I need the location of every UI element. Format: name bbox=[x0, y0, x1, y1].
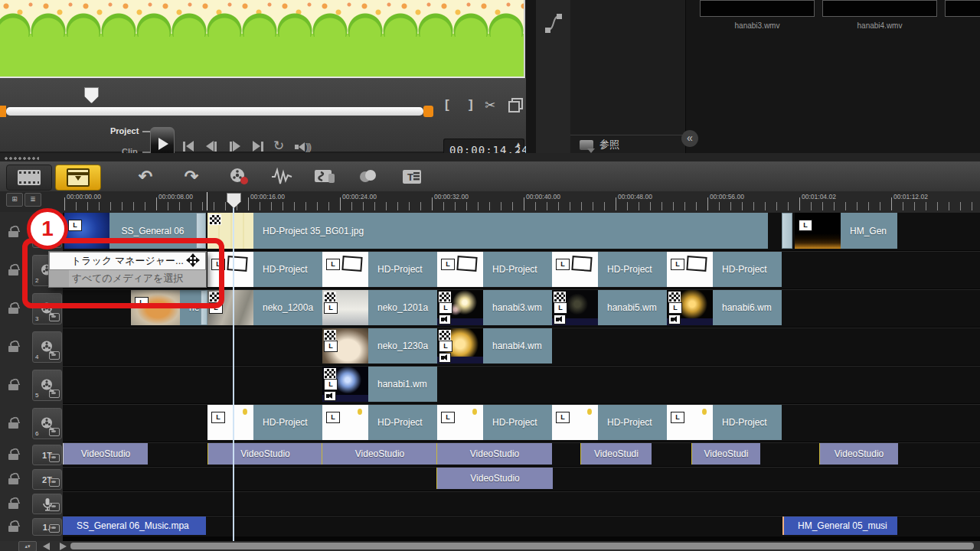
overlay-track-6-header-button[interactable]: 6 bbox=[32, 408, 62, 439]
insert-track-button[interactable]: ⊞ bbox=[6, 193, 23, 207]
clip-thumbnail[interactable]: L bbox=[437, 290, 483, 325]
timeline-clip[interactable]: HD-Project bbox=[598, 252, 667, 287]
title-track-2-lock-icon[interactable] bbox=[8, 473, 19, 484]
music-clip[interactable]: HM_General 05_musi bbox=[782, 517, 897, 535]
seek-bar[interactable] bbox=[6, 107, 423, 116]
timeline-view-button[interactable] bbox=[55, 165, 101, 191]
title-clip[interactable]: VideoStudio bbox=[63, 443, 148, 465]
undo-button[interactable]: ↶ bbox=[129, 165, 162, 189]
overlay-track-2-lock-icon[interactable] bbox=[8, 264, 19, 276]
next-frame-button[interactable] bbox=[230, 140, 240, 152]
enlarge-preview-button[interactable] bbox=[508, 98, 522, 112]
library-item[interactable] bbox=[945, 0, 980, 21]
timeline-clip[interactable]: HD-Project bbox=[253, 252, 322, 287]
library-thumbnail[interactable] bbox=[700, 0, 815, 17]
instant-project-button[interactable] bbox=[308, 165, 341, 189]
repeat-button[interactable]: ↻ bbox=[273, 140, 284, 152]
timeline-clip[interactable]: HD-Project bbox=[713, 405, 782, 440]
overlay-options-button[interactable] bbox=[351, 165, 384, 189]
clip-thumbnail[interactable]: L bbox=[207, 405, 253, 440]
timeline-clip[interactable]: HD-Project bbox=[713, 252, 782, 287]
clip-thumbnail[interactable]: L bbox=[322, 367, 368, 402]
clip-thumbnail[interactable]: L bbox=[322, 290, 368, 325]
timeline-clip[interactable]: HD-Project bbox=[483, 252, 552, 287]
clip-thumbnail[interactable]: L bbox=[667, 252, 713, 287]
title-clip[interactable]: VideoStudi bbox=[580, 443, 652, 465]
timeline-clip[interactable]: HD-Project bbox=[598, 405, 667, 440]
clip-thumbnail[interactable]: L bbox=[552, 252, 598, 287]
mark-in-button[interactable]: [ bbox=[445, 97, 449, 112]
timeline-clip[interactable]: HD-Project bbox=[368, 405, 437, 440]
timeline-clip[interactable]: HD-Project bbox=[253, 405, 322, 440]
timeline-clip[interactable]: neko_1201a bbox=[368, 290, 437, 325]
scroll-left-arrow[interactable] bbox=[43, 543, 50, 550]
project-mode-label[interactable]: Project bbox=[110, 126, 139, 135]
timeline-clip[interactable]: hanabi6.wm bbox=[713, 290, 782, 325]
clip-thumbnail[interactable]: L bbox=[322, 252, 368, 287]
library-thumbnail[interactable] bbox=[822, 0, 937, 17]
trim-start-handle[interactable] bbox=[0, 106, 6, 117]
clip-thumbnail[interactable]: L bbox=[437, 328, 483, 364]
go-to-end-button[interactable] bbox=[253, 140, 263, 152]
timeline-clip[interactable]: HD-Project bbox=[483, 405, 552, 440]
track-list-button[interactable]: ≣ bbox=[24, 193, 41, 207]
timeline-clip[interactable]: hanabi1.wm bbox=[368, 367, 437, 402]
title-clip[interactable]: VideoStudio bbox=[819, 443, 898, 465]
title-clip[interactable]: VideoStudio bbox=[436, 468, 553, 489]
voice-track-lock-icon[interactable] bbox=[8, 497, 19, 509]
clip-thumbnail[interactable]: L bbox=[795, 213, 841, 249]
panel-resize-handle[interactable] bbox=[4, 157, 39, 160]
timeline-clip[interactable]: hanabi3.wm bbox=[483, 290, 552, 325]
overlay-track-5-header-button[interactable]: 5 bbox=[32, 370, 62, 401]
timeline-clip[interactable]: hanabi4.wm bbox=[483, 328, 552, 364]
library-thumbnail[interactable] bbox=[945, 0, 980, 17]
redo-button[interactable]: ↷ bbox=[175, 165, 208, 189]
record-capture-button[interactable] bbox=[222, 165, 256, 189]
title-clip[interactable]: VideoStudio bbox=[207, 443, 322, 465]
clip-thumbnail[interactable]: L bbox=[552, 405, 598, 440]
overlay-track-4-lock-icon[interactable] bbox=[8, 341, 19, 352]
seek-playhead[interactable] bbox=[84, 87, 99, 103]
previous-frame-button[interactable] bbox=[206, 140, 217, 152]
timeline-clip[interactable]: HD-Project bbox=[368, 252, 437, 287]
title-clip[interactable]: VideoStudio bbox=[436, 443, 552, 465]
fit-timeline-button[interactable]: ▴▾ bbox=[18, 541, 37, 551]
path-tool-icon[interactable] bbox=[544, 11, 564, 38]
music-clip[interactable]: SS_General 06_Music.mpa bbox=[63, 517, 206, 535]
overlay-track-6-lock-icon[interactable] bbox=[8, 417, 19, 429]
transition-segment[interactable] bbox=[782, 213, 792, 249]
timeline-ruler[interactable]: 00:00:00.0000:00:08.0000:00:16.0000:00:2… bbox=[63, 191, 980, 212]
title-clip[interactable]: VideoStudio bbox=[322, 443, 437, 465]
title-clip[interactable]: VideoStudi bbox=[691, 443, 760, 465]
scroll-right-arrow[interactable] bbox=[60, 543, 67, 550]
clip-thumbnail[interactable]: L bbox=[437, 405, 483, 440]
voice-track-header-button[interactable] bbox=[32, 494, 62, 514]
scrollbar-thumb[interactable] bbox=[70, 543, 974, 549]
volume-button[interactable]: ))) bbox=[295, 142, 310, 152]
timeline-clip[interactable]: hanabi5.wm bbox=[598, 290, 667, 325]
clip-thumbnail[interactable]: L bbox=[322, 405, 368, 440]
music-track-lock-icon[interactable] bbox=[8, 520, 19, 532]
timeline-clip[interactable]: HD-Project 35_BG01.jpg bbox=[253, 213, 768, 249]
music-track-header-button[interactable]: 1♪ bbox=[32, 518, 62, 536]
browse-button[interactable]: 参照 bbox=[580, 138, 619, 152]
timeline-clip[interactable]: HM_Gen bbox=[841, 213, 897, 249]
overlay-track-4-header-button[interactable]: 4 bbox=[32, 331, 62, 363]
subtitle-options-button[interactable]: T bbox=[395, 165, 429, 189]
timeline-clip[interactable]: neko_1200a bbox=[253, 290, 322, 325]
overlay-track-5-lock-icon[interactable] bbox=[8, 379, 19, 390]
clip-thumbnail[interactable]: L bbox=[322, 328, 368, 364]
timeline-clip[interactable]: neko_1230a bbox=[368, 328, 437, 364]
split-clip-button[interactable]: ✂ bbox=[485, 97, 495, 113]
overlay-track-3-lock-icon[interactable] bbox=[8, 302, 19, 314]
storyboard-view-button[interactable] bbox=[6, 165, 52, 191]
title-track-2-header-button[interactable]: 2T bbox=[32, 469, 62, 490]
clip-thumbnail[interactable]: L bbox=[667, 290, 713, 325]
clip-thumbnail[interactable]: L bbox=[667, 405, 713, 440]
video-track-1-lock-icon[interactable] bbox=[8, 226, 19, 237]
trim-end-handle[interactable] bbox=[423, 106, 433, 117]
library-item[interactable]: hanabi4.wmv bbox=[822, 0, 937, 30]
library-item[interactable]: hanabi3.wmv bbox=[700, 0, 815, 30]
title-track-1-lock-icon[interactable] bbox=[8, 448, 19, 460]
mark-out-button[interactable]: ] bbox=[469, 97, 473, 112]
